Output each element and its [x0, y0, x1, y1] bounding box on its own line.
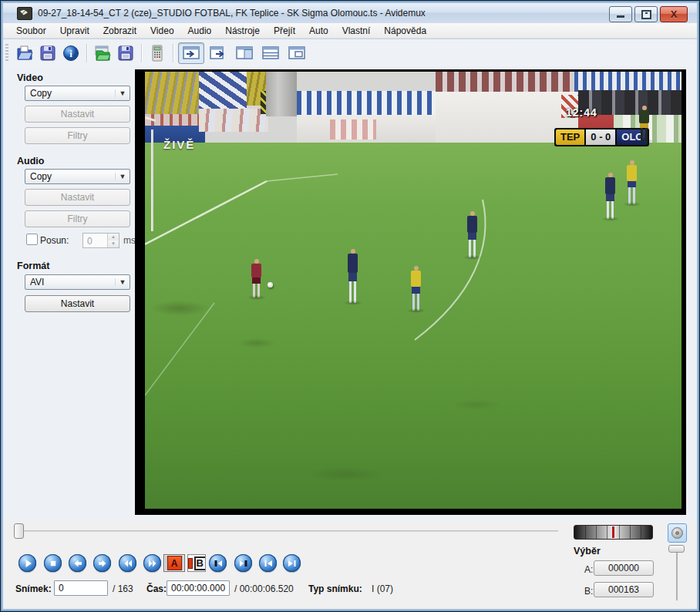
format-select[interactable]: AVI ▼ [25, 274, 130, 290]
player [251, 259, 262, 298]
last-frame-button[interactable] [283, 554, 301, 572]
frame-label: Snímek: [15, 583, 52, 594]
save-video-button[interactable] [36, 42, 59, 64]
time-label: Čas: [146, 583, 167, 594]
bottom-bar: Výběr A: 000000 B: 000163 [3, 521, 697, 609]
arrow-right-icon [98, 559, 107, 568]
view-mode-input-button[interactable] [178, 42, 204, 64]
view-mode-popup-button[interactable] [284, 43, 309, 63]
toolbar-separator [86, 44, 87, 62]
first-frame-button[interactable] [259, 554, 277, 572]
close-button[interactable]: X [660, 6, 688, 22]
marker-b-icon: B [194, 557, 205, 570]
player [638, 106, 650, 141]
player [604, 173, 616, 219]
calculator-button[interactable] [146, 42, 169, 64]
shuttle-control[interactable] [574, 525, 653, 540]
selection-a-value[interactable]: 000000 [594, 560, 654, 576]
menu-item-vlastni[interactable]: Vlastní [335, 24, 378, 38]
menu-item-napoveda[interactable]: Nápověda [377, 24, 433, 38]
open-project-button[interactable] [91, 42, 114, 64]
menu-item-soubor[interactable]: Soubor [9, 24, 53, 38]
view-mode-side-by-side-button[interactable] [232, 43, 257, 63]
volume-slider-handle[interactable] [668, 545, 685, 553]
score-home-team: TEP [556, 129, 584, 145]
main-area: Video Copy ▼ Nastavit Filtry Audio Copy … [3, 66, 697, 521]
save-project-button[interactable] [114, 42, 137, 64]
seek-slider-track[interactable] [23, 530, 558, 532]
toolbar-grip[interactable] [5, 44, 8, 62]
menu-item-auto[interactable]: Auto [302, 24, 335, 38]
audio-filters-button[interactable]: Filtry [25, 210, 130, 227]
video-frame: ŽIVĚ 12:44 TEP 0 - 0 OLO [145, 72, 681, 509]
audio-configure-button[interactable]: Nastavit [25, 189, 130, 206]
fast-forward-button[interactable] [143, 554, 161, 572]
menu-bar: SouborUpravitZobrazitVideoAudioNástrojeP… [3, 23, 697, 39]
audio-shift-label: Posun: [40, 235, 69, 246]
minimize-button[interactable] [609, 6, 632, 22]
window-split-icon [236, 46, 253, 59]
black-bar-left-triangle-icon [214, 559, 223, 568]
audio-section-title: Audio [17, 156, 44, 166]
goal-post [151, 129, 153, 231]
open-folder-icon [15, 44, 34, 62]
window-rows-icon [262, 46, 279, 59]
menu-item-upravit[interactable]: Upravit [53, 24, 96, 38]
avidemux-window: 09-27_18-14-54_CT 2 (cze)_STUDIO FOTBAL,… [0, 0, 700, 612]
info-button[interactable]: i [59, 42, 82, 64]
player [410, 266, 422, 311]
play-icon [23, 559, 32, 568]
stop-button[interactable] [44, 554, 62, 572]
toolbar-separator [141, 44, 142, 62]
video-configure-button[interactable]: Nastavit [25, 106, 130, 123]
open-video-button[interactable] [13, 42, 36, 64]
chevron-down-icon: ▼ [115, 89, 130, 97]
frame-type-label: Typ snímku: [308, 583, 362, 594]
previous-frame-button[interactable] [69, 554, 86, 572]
seek-slider-handle[interactable] [14, 523, 24, 539]
app-icon [17, 7, 32, 20]
video-codec-select[interactable]: Copy ▼ [25, 86, 130, 101]
skip-to-end-icon [288, 559, 297, 568]
mute-button[interactable] [668, 523, 687, 543]
floppy-disk-icon [39, 44, 57, 62]
scoreboard: TEP 0 - 0 OLO [554, 128, 649, 146]
title-bar[interactable]: 09-27_18-14-54_CT 2 (cze)_STUDIO FOTBAL,… [3, 3, 697, 23]
menu-item-video[interactable]: Video [143, 24, 180, 38]
toolbar-separator [173, 44, 173, 62]
selection-title: Výběr [574, 546, 601, 557]
audio-shift-checkbox[interactable] [26, 234, 38, 245]
selection-a-label: A: [584, 564, 593, 575]
match-clock: 12:44 [566, 106, 597, 119]
format-configure-button[interactable]: Nastavit [25, 295, 130, 312]
frame-input[interactable]: 0 [54, 580, 108, 596]
menu-item-nastroje[interactable]: Nástroje [218, 24, 267, 38]
shuttle-center-mark [612, 526, 614, 538]
video-display: ŽIVĚ 12:44 TEP 0 - 0 OLO [135, 69, 686, 515]
floppy-disk-icon [116, 44, 135, 62]
audio-shift-unit: ms [123, 235, 136, 246]
set-marker-b-button[interactable]: B [187, 554, 206, 572]
time-total: / 00:00:06.520 [234, 583, 294, 594]
next-frame-button[interactable] [93, 554, 111, 572]
menu-item-zobrazit[interactable]: Zobrazit [96, 24, 143, 38]
stop-icon [49, 559, 58, 568]
rewind-button[interactable] [119, 554, 136, 572]
menu-item-audio[interactable]: Audio [181, 24, 219, 38]
audio-codec-select[interactable]: Copy ▼ [25, 169, 130, 184]
video-filters-button[interactable]: Filtry [25, 127, 130, 144]
view-mode-output-button[interactable] [206, 43, 231, 63]
set-marker-a-button[interactable]: A [163, 554, 185, 572]
time-input[interactable]: 00:00:00.000 [167, 580, 230, 596]
maximize-button[interactable] [634, 6, 658, 22]
play-button[interactable] [19, 554, 36, 572]
spin-down-icon[interactable]: ▼ [108, 240, 119, 247]
spin-up-icon[interactable]: ▲ [108, 234, 119, 240]
audio-shift-spinner[interactable]: 0 ▲▼ [82, 233, 119, 248]
next-black-frame-button[interactable] [234, 554, 252, 572]
previous-black-frame-button[interactable] [209, 554, 227, 572]
menu-item-prejit[interactable]: Přejít [267, 24, 302, 38]
view-mode-stacked-button[interactable] [258, 43, 283, 63]
chevron-down-icon: ▼ [115, 278, 130, 286]
window-arrow-in-icon [183, 46, 200, 59]
